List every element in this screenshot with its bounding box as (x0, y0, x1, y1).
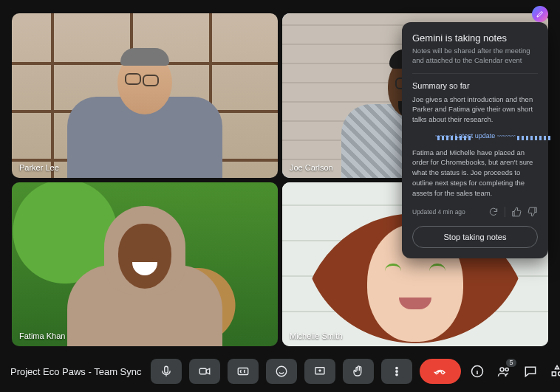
participant-name: Parker Lee (19, 163, 59, 172)
notes-title: Gemini is taking notes (412, 32, 538, 44)
participant-name: Joe Carlson (290, 163, 333, 172)
info-icon (470, 364, 485, 379)
latest-update-divider: 〰〰〰 Latest update 〰〰〰 (412, 132, 538, 140)
captions-icon (236, 365, 250, 378)
meet-app: Parker Lee Joe Carlson (0, 0, 560, 392)
more-options-button[interactable] (381, 359, 412, 384)
participant-tile-parker[interactable]: Parker Lee (12, 13, 278, 178)
participant-tile-fatima[interactable]: Fatima Khan (12, 182, 278, 347)
participant-avatar (67, 265, 222, 346)
divider (412, 73, 538, 74)
summary-heading: Summary so far (412, 81, 538, 90)
reactions-button[interactable] (266, 359, 297, 384)
svg-point-6 (395, 371, 397, 372)
svg-point-7 (395, 374, 397, 375)
svg-rect-11 (552, 372, 556, 376)
hand-icon (352, 365, 365, 378)
present-button[interactable] (304, 359, 335, 384)
chat-button[interactable] (523, 364, 538, 379)
thumbs-up-icon[interactable] (511, 207, 522, 217)
meeting-details-button[interactable] (470, 364, 485, 379)
smiley-icon (275, 365, 288, 378)
more-vertical-icon (390, 365, 403, 378)
svg-point-5 (395, 367, 397, 368)
refresh-icon[interactable] (488, 207, 499, 217)
people-button[interactable]: 5 (496, 364, 511, 379)
phone-hangup-icon (434, 365, 447, 378)
right-panel-icons: 5 (470, 364, 561, 379)
latest-label: Latest update (455, 132, 496, 140)
svg-rect-0 (164, 366, 168, 373)
captions-button[interactable] (228, 359, 259, 384)
raise-hand-button[interactable] (343, 359, 374, 384)
call-controls (151, 359, 461, 384)
divider (505, 207, 505, 217)
camera-icon (198, 365, 211, 378)
notes-footer: Updated 4 min ago (412, 207, 538, 217)
shapes-icon (550, 364, 561, 379)
latest-body: Fatima and Michelle have placed an order… (412, 148, 538, 199)
mic-button[interactable] (151, 359, 182, 384)
gemini-notes-panel: Gemini is taking notes Notes will be sha… (402, 22, 548, 258)
camera-button[interactable] (189, 359, 220, 384)
stop-taking-notes-button[interactable]: Stop taking notes (412, 226, 538, 248)
svg-rect-2 (238, 368, 248, 375)
svg-point-9 (500, 368, 504, 371)
pencil-icon (536, 10, 544, 18)
notes-subtitle: Notes will be shared after the meeting a… (412, 47, 538, 66)
participant-avatar (67, 114, 222, 178)
activities-button[interactable] (550, 364, 561, 379)
updated-text: Updated 4 min ago (412, 208, 482, 216)
mic-icon (160, 365, 173, 378)
gemini-fab[interactable] (532, 6, 548, 22)
participant-name: Michelle Smith (290, 331, 343, 340)
summary-body: Joe gives a short introduction and then … (412, 94, 538, 125)
svg-point-3 (276, 366, 287, 376)
svg-rect-1 (199, 368, 206, 374)
thumbs-down-icon[interactable] (527, 207, 538, 217)
present-icon (313, 365, 327, 378)
end-call-button[interactable] (420, 359, 461, 384)
control-bar: Project Eco Paws - Team Sync (0, 351, 560, 392)
participant-name: Fatima Khan (19, 331, 65, 340)
meeting-name: Project Eco Paws - Team Sync (10, 366, 142, 377)
participant-count-badge: 5 (506, 359, 516, 367)
svg-point-10 (505, 368, 508, 371)
chat-icon (523, 364, 538, 379)
